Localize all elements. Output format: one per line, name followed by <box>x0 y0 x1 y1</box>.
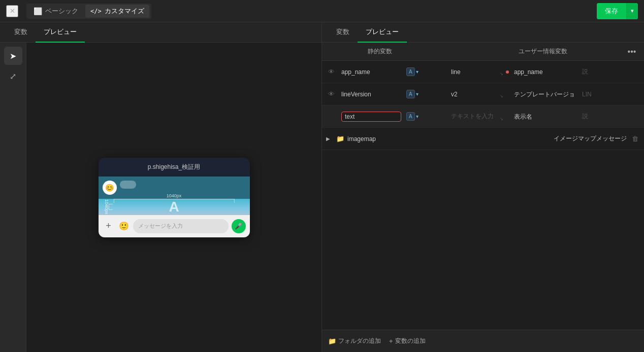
type-text-3: A <box>409 114 412 119</box>
type-text-1: A <box>409 69 412 75</box>
var-name-1 <box>338 68 404 76</box>
emoji-button[interactable]: 🙂 <box>118 220 130 232</box>
ruler-vertical: 1040px <box>109 204 113 210</box>
send-sidebar-icon[interactable]: ➤ <box>4 47 22 65</box>
imagemap-card: 1040px 1040px A <box>99 199 250 215</box>
ruler-horizontal: 1040px <box>113 199 234 203</box>
folder-add-icon: 📁 <box>328 337 336 345</box>
close-button[interactable]: ✕ <box>6 5 18 17</box>
right-bottom-bar: 📁 フォルダの追加 + 変数の追加 <box>322 330 644 352</box>
var-display-input-1[interactable] <box>514 68 574 76</box>
static-vars-tab[interactable]: 静的変数 <box>344 47 415 56</box>
right-tab-bar: 変数 プレビュー <box>322 22 644 43</box>
ruler-v-label: 1040px <box>104 199 109 215</box>
type-dropdown-3[interactable]: ▾ <box>416 114 418 119</box>
save-dropdown-button[interactable]: ▾ <box>626 3 638 19</box>
right-preview-tab[interactable]: プレビュー <box>358 22 407 43</box>
var-desc-3: 説 <box>579 112 640 121</box>
folder-arrow[interactable]: ▶ <box>326 136 333 142</box>
folder-icon: 📁 <box>336 135 344 143</box>
topbar: ✕ ⬜ ベーシック </> カスタマイズ 保存 ▾ <box>0 0 644 22</box>
left-vars-tab-label: 変数 <box>14 27 27 37</box>
main-layout: 変数 プレビュー ➤ ⤢ p.shigehi <box>0 22 644 352</box>
var-value-2: ↘ <box>449 90 504 98</box>
more-button[interactable]: ••• <box>626 46 638 58</box>
var-value-placeholder-3: テキストを入力 <box>449 113 496 120</box>
message-placeholder: メッセージを入力 <box>138 222 183 230</box>
mode-tab-group: ⬜ ベーシック </> カスタマイズ <box>26 4 151 19</box>
basic-tab-label: ベーシック <box>45 7 78 16</box>
var-name-input-1[interactable] <box>341 68 401 76</box>
visibility-toggle-2[interactable]: 👁 <box>326 89 336 99</box>
var-type-2: A ▾ <box>406 90 447 98</box>
var-row-app-name: 👁 A ▾ ↘ 説 <box>322 61 644 83</box>
folder-name: imagemap <box>347 135 551 143</box>
phone-input-bar: + 🙂 メッセージを入力 🎤 <box>99 215 250 237</box>
message-input[interactable]: メッセージを入力 <box>133 219 229 233</box>
type-dropdown-2[interactable]: ▾ <box>416 91 418 97</box>
add-folder-button[interactable]: 📁 フォルダの追加 <box>328 337 381 345</box>
left-tab-bar: 変数 プレビュー <box>0 22 321 43</box>
right-panel: 変数 プレビュー 静的変数 ユーザー情報変数 ••• 👁 <box>322 22 644 352</box>
left-vars-tab[interactable]: 変数 <box>6 22 36 43</box>
mic-button[interactable]: 🎤 <box>232 219 246 233</box>
var-row-line-version: 👁 A ▾ ↘ LIN <box>322 83 644 105</box>
folder-row-imagemap: ▶ 📁 imagemap イメージマップメッセージ 🗑 <box>322 128 644 150</box>
phone-title: p.shigehisa_検証用 <box>148 163 200 171</box>
expand-sidebar-icon[interactable]: ⤢ <box>4 67 22 85</box>
folder-delete-button[interactable]: 🗑 <box>630 134 640 144</box>
var-desc-1: 説 <box>579 67 640 76</box>
left-panel: 変数 プレビュー ➤ ⤢ p.shigehi <box>0 22 322 352</box>
save-button-group: 保存 ▾ <box>597 3 638 19</box>
phone-header: p.shigehisa_検証用 <box>99 158 250 177</box>
plus-icon: + <box>389 337 393 345</box>
customize-tab[interactable]: </> カスタマイズ <box>85 5 149 18</box>
user-vars-tab[interactable]: ユーザー情報変数 <box>464 47 622 56</box>
var-display-1 <box>511 68 577 76</box>
phone-mock: p.shigehisa_検証用 😊 1040px <box>99 158 250 237</box>
var-display-input-3[interactable] <box>514 113 574 120</box>
var-display-2 <box>511 90 577 98</box>
var-display-input-2[interactable] <box>514 91 574 98</box>
right-vars-tab-label: 変数 <box>336 27 349 37</box>
customize-icon: </> <box>90 8 102 15</box>
var-name-2 <box>338 90 404 98</box>
var-value-1: ↘ <box>449 68 504 76</box>
expand-icon: ⤢ <box>10 72 16 81</box>
var-row-text: A ▾ テキストを入力 ↘ 説 <box>322 105 644 128</box>
var-name-3 <box>338 112 404 122</box>
type-badge-1: A <box>406 67 415 76</box>
var-desc-2: LIN <box>579 91 640 98</box>
type-badge-3: A <box>406 112 415 121</box>
add-button[interactable]: + <box>103 220 115 232</box>
left-preview-tab-label: プレビュー <box>44 27 77 37</box>
visibility-toggle-1[interactable]: 👁 <box>326 67 336 77</box>
var-display-3 <box>511 113 577 121</box>
customize-tab-label: カスタマイズ <box>105 7 144 16</box>
var-subtab-header: 静的変数 ユーザー情報変数 ••• <box>322 43 644 61</box>
right-vars-tab[interactable]: 変数 <box>328 22 358 43</box>
basic-tab[interactable]: ⬜ ベーシック <box>28 5 83 18</box>
folder-value: イメージマップメッセージ <box>554 134 627 143</box>
add-var-button[interactable]: + 変数の追加 <box>389 337 426 345</box>
message-bubble-wrapper <box>120 181 136 189</box>
type-badge-2: A <box>406 90 415 98</box>
left-sidebar: ➤ ⤢ <box>0 43 26 352</box>
right-preview-tab-label: プレビュー <box>366 27 399 37</box>
left-content: ➤ ⤢ p.shigehisa_検証用 😊 <box>0 43 321 352</box>
var-value-3: テキストを入力 ↘ <box>449 112 504 121</box>
resize-handle-3: ↘ <box>500 117 504 121</box>
add-folder-label: フォルダの追加 <box>338 337 381 345</box>
var-name-input-2[interactable] <box>341 91 401 98</box>
send-icon: ➤ <box>10 51 16 61</box>
type-dropdown-1[interactable]: ▾ <box>416 69 418 75</box>
var-value-input-1[interactable] <box>449 68 504 76</box>
save-main-button[interactable]: 保存 <box>597 3 626 19</box>
var-name-input-3[interactable] <box>341 112 401 122</box>
avatar: 😊 <box>103 181 117 195</box>
topbar-left: ✕ ⬜ ベーシック </> カスタマイズ <box>6 4 589 19</box>
left-preview-tab[interactable]: プレビュー <box>36 22 85 43</box>
resize-handle-1: ↘ <box>500 72 504 76</box>
var-value-input-2[interactable] <box>449 91 504 98</box>
var-type-1: A ▾ <box>406 67 447 76</box>
